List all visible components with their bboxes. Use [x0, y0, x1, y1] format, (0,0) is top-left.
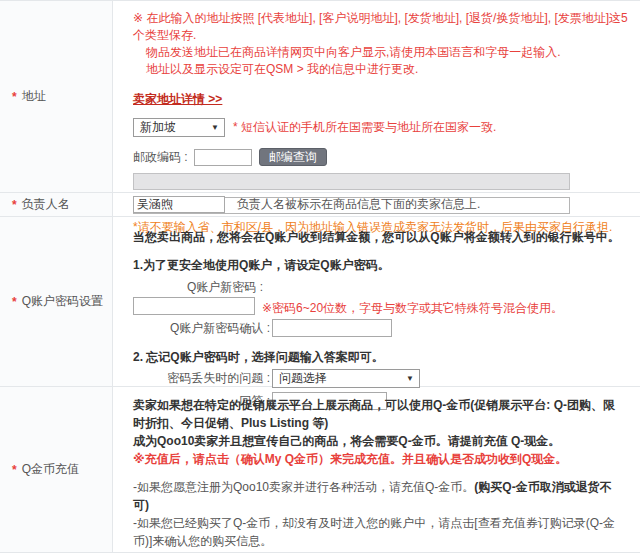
qpassword-row-content: 当您卖出商品，您将会在Q账户收到结算金额，您可以从Q账户将金额转入到的银行账号中… — [113, 217, 640, 386]
qcoin-paragraph-4-text: -如果您愿意注册为Qoo10卖家并进行各种活动，请充值Q-金币。 — [133, 480, 474, 494]
postal-lookup-button[interactable]: 邮编查询 — [259, 148, 327, 166]
qpassword-step2: 2. 忘记Q账户密码时，选择问题输入答案即可。 — [133, 349, 632, 365]
qcoin-row-label: * Q金币充值 — [0, 387, 113, 552]
chevron-down-icon: ▼ — [406, 374, 414, 383]
postal-code-input[interactable] — [194, 149, 252, 166]
qcoin-recharge-warning: ※充值后，请点击（确认My Q金币）来完成充值。并且确认是否成功收到Q现金。 — [133, 450, 624, 468]
qcoin-label: Q金币充值 — [22, 461, 79, 478]
address-label: 地址 — [22, 88, 46, 105]
required-asterisk: * — [12, 198, 17, 212]
qcoin-paragraph-4: -如果您愿意注册为Qoo10卖家并进行各种活动，请充值Q-金币。(购买Q-金币取… — [133, 478, 624, 514]
qcoin-paragraph-1: 卖家如果想在特定的促销展示平台上展示商品，可以使用Q-金币(促销展示平台: Q-… — [133, 396, 624, 432]
security-question-select[interactable]: 问题选择 ▼ — [272, 369, 420, 388]
address-note-line2: 物品发送地址已在商品详情网页中向客户显示,请使用本国语言和字母一起输入. — [133, 44, 632, 61]
manager-name-input[interactable] — [133, 196, 225, 213]
address-row-content: ※ 在此输入的地址按照 [代表地址], [客户说明地址], [发货地址], [退… — [113, 1, 640, 192]
required-asterisk: * — [12, 463, 17, 477]
qpassword-label: Q账户密码设置 — [22, 293, 103, 310]
address-note-line1: ※ 在此输入的地址按照 [代表地址], [客户说明地址], [发货地址], [退… — [133, 10, 632, 44]
qcoin-paragraph-2: 成为Qoo10卖家并且想宣传自己的商品，将会需要Q-金币。请提前充值 Q-现金。 — [133, 432, 624, 450]
new-password-line: ※密码6~20位数，字母与数字或其它特殊符号混合使用。 — [133, 297, 632, 315]
postal-code-label: 邮政编码 : — [133, 149, 188, 166]
qcoin-row: * Q金币充值 卖家如果想在特定的促销展示平台上展示商品，可以使用Q-金币(促销… — [0, 387, 640, 553]
confirm-password-line: Q账户新密码确认 : — [133, 319, 632, 337]
qcoin-row-content: 卖家如果想在特定的促销展示平台上展示商品，可以使用Q-金币(促销展示平台: Q-… — [113, 387, 640, 552]
password-rule-hint: ※密码6~20位数，字母与数字或其它特殊符号混合使用。 — [262, 300, 563, 317]
manager-row-content: 负责人名被标示在商品信息下面的卖家信息上. — [113, 193, 640, 216]
address-note-line3: 地址以及显示设定可在QSM > 我的信息中进行更改. — [133, 61, 632, 78]
required-asterisk: * — [12, 295, 17, 309]
security-question-line: 密码丢失时的问题 : 问题选择 ▼ — [133, 369, 632, 388]
sms-country-note: * 短信认证的手机所在国需要与地址所在国家一致. — [233, 119, 496, 136]
new-password-label: Q账户新密码 : — [133, 279, 263, 296]
manager-label: 负责人名 — [22, 196, 70, 213]
security-question-value: 问题选择 — [279, 370, 327, 387]
country-select-value: 新加坡 — [140, 119, 176, 136]
chevron-down-icon: ▼ — [211, 123, 219, 132]
seller-address-detail-link[interactable]: 卖家地址详情 >> — [133, 91, 222, 108]
country-select[interactable]: 新加坡 ▼ — [133, 118, 225, 137]
manager-row-label: * 负责人名 — [0, 193, 113, 216]
address-line1-input-disabled — [133, 173, 570, 190]
address-row: * 地址 ※ 在此输入的地址按照 [代表地址], [客户说明地址], [发货地址… — [0, 1, 640, 193]
address-row-label: * 地址 — [0, 1, 113, 192]
postal-line: 邮政编码 : 邮编查询 — [133, 148, 632, 166]
confirm-password-label: Q账户新密码确认 : — [133, 320, 270, 337]
confirm-password-input[interactable] — [272, 319, 392, 337]
security-question-label: 密码丢失时的问题 : — [133, 370, 270, 387]
required-asterisk: * — [12, 90, 17, 104]
qpassword-intro: 当您卖出商品，您将会在Q账户收到结算金额，您可以从Q账户将金额转入到的银行账号中… — [133, 229, 632, 245]
qcoin-paragraph-5: -如果您已经购买了Q-金币，却没有及时进入您的账户中，请点击[查看充值券订购记录… — [133, 514, 624, 550]
seller-settings-form: * 地址 ※ 在此输入的地址按照 [代表地址], [客户说明地址], [发货地址… — [0, 0, 640, 553]
qpassword-step1: 1.为了更安全地使用Q账户，请设定Q账户密码。 — [133, 257, 632, 273]
qpassword-row-label: * Q账户密码设置 — [0, 217, 113, 386]
manager-row: * 负责人名 负责人名被标示在商品信息下面的卖家信息上. — [0, 193, 640, 217]
new-password-input[interactable] — [133, 297, 255, 315]
manager-note: 负责人名被标示在商品信息下面的卖家信息上. — [237, 196, 480, 213]
country-line: 新加坡 ▼ * 短信认证的手机所在国需要与地址所在国家一致. — [133, 118, 632, 137]
qpassword-row: * Q账户密码设置 当您卖出商品，您将会在Q账户收到结算金额，您可以从Q账户将金… — [0, 217, 640, 387]
